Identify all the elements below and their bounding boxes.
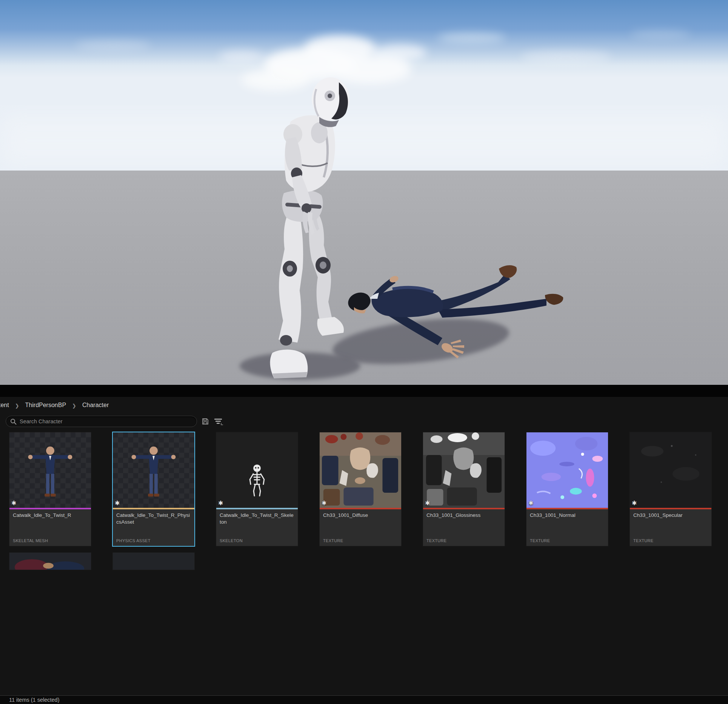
- asset-type-label: TEXTURE: [320, 538, 401, 546]
- panel-separator: [0, 385, 728, 397]
- unsaved-asterisk-icon: ✱: [218, 500, 223, 507]
- save-search-icon[interactable]: [202, 418, 209, 425]
- viewport-3d[interactable]: [0, 0, 728, 385]
- filter-icon[interactable]: [214, 417, 223, 426]
- search-box[interactable]: [6, 416, 197, 427]
- asset-type-label: PHYSICS ASSET: [113, 538, 194, 546]
- horizon-haze: [0, 115, 728, 166]
- breadcrumb: tent ❯ ThirdPersonBP ❯ Character: [0, 397, 728, 413]
- tpose-figure: [132, 445, 176, 497]
- asset-thumbnail: [9, 553, 91, 570]
- unsaved-asterisk-icon: ✱: [632, 500, 637, 507]
- asset-name: Ch33_1001_Glossiness: [423, 509, 505, 538]
- asset-tile-texture-glossiness[interactable]: ✱ Ch33_1001_Glossiness TEXTURE: [423, 432, 505, 546]
- asset-name: Catwalk_Idle_To_Twist_R: [9, 509, 91, 538]
- unsaved-asterisk-icon: ✱: [425, 500, 430, 507]
- content-browser: tent ❯ ThirdPersonBP ❯ Character: [0, 385, 728, 704]
- asset-thumbnail: [113, 432, 194, 508]
- status-bar: 11 items (1 selected): [0, 695, 728, 704]
- unsaved-asterisk-icon: ✱: [322, 500, 326, 507]
- scene-render: [0, 0, 728, 385]
- asset-thumbnail: [423, 432, 505, 508]
- tpose-figure: [28, 445, 72, 497]
- asset-toolbar: [0, 413, 728, 429]
- asset-name: Catwalk_Idle_To_Twist_R_PhysicsAsset: [113, 509, 194, 538]
- asset-type-label: SKELETON: [216, 538, 298, 546]
- asset-thumbnail: [113, 553, 194, 570]
- asset-tile-skeletal-mesh[interactable]: ✱ Catwalk_Idle_To_Twist_R SKELETAL MESH: [9, 432, 91, 546]
- asset-thumbnail: [216, 432, 298, 508]
- unsaved-asterisk-icon: ✱: [528, 500, 533, 507]
- breadcrumb-item-thirdpersonbp[interactable]: ThirdPersonBP: [25, 402, 66, 409]
- asset-type-label: TEXTURE: [630, 538, 711, 546]
- asset-tile-partial[interactable]: [112, 552, 195, 570]
- asset-grid: ✱ Catwalk_Idle_To_Twist_R SKELETAL MESH: [0, 429, 728, 694]
- asset-name: Ch33_1001_Specular: [630, 509, 711, 538]
- chevron-right-icon: ❯: [72, 403, 76, 409]
- asset-type-label: TEXTURE: [423, 538, 505, 546]
- asset-tile-skeleton[interactable]: ✱ Catwalk_Idle_To_Twist_R_Skeleton SKELE…: [216, 432, 298, 546]
- breadcrumb-item-character[interactable]: Character: [82, 402, 109, 409]
- asset-tile-texture-diffuse[interactable]: ✱ Ch33_1001_Diffuse TEXTURE: [319, 432, 402, 546]
- asset-tile-texture-specular[interactable]: ✱ Ch33_1001_Specular TEXTURE: [629, 432, 712, 546]
- asset-tile-texture-normal[interactable]: ✱ Ch33_1001_Normal TEXTURE: [526, 432, 608, 546]
- asset-name: Ch33_1001_Diffuse: [320, 509, 401, 538]
- asset-tile-partial[interactable]: [9, 552, 91, 570]
- asset-type-label: SKELETAL MESH: [9, 538, 91, 546]
- asset-thumbnail: [9, 432, 91, 508]
- search-icon: [10, 418, 17, 425]
- chevron-right-icon: ❯: [15, 403, 19, 409]
- asset-thumbnail: [630, 432, 711, 508]
- asset-type-label: TEXTURE: [526, 538, 608, 546]
- asset-tile-physics-asset[interactable]: ✱ Catwalk_Idle_To_Twist_R_PhysicsAsset P…: [112, 432, 195, 546]
- asset-name: Ch33_1001_Normal: [526, 509, 608, 538]
- search-input[interactable]: [20, 418, 192, 424]
- breadcrumb-item-content[interactable]: tent: [0, 402, 9, 409]
- unsaved-asterisk-icon: ✱: [11, 500, 16, 507]
- asset-thumbnail: [320, 432, 401, 508]
- asset-name: Catwalk_Idle_To_Twist_R_Skeleton: [216, 509, 298, 538]
- asset-thumbnail: [526, 432, 608, 508]
- unsaved-asterisk-icon: ✱: [115, 500, 120, 507]
- item-count-status: 11 items (1 selected): [9, 697, 60, 703]
